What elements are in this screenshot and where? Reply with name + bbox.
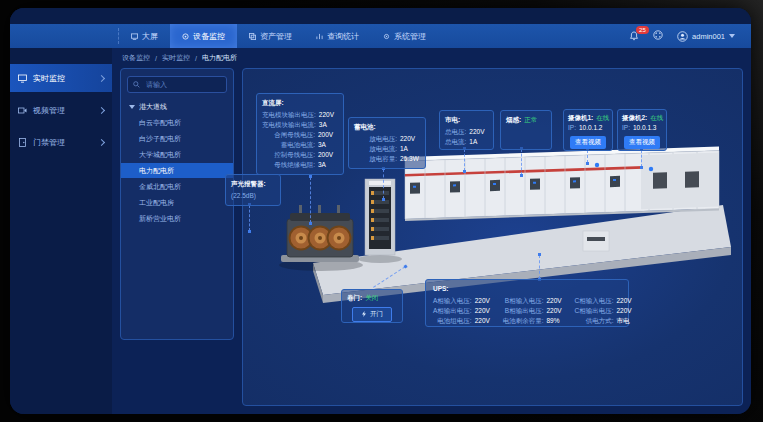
panel-title: 直流屏: [262,98,338,108]
metric-value: 220V [469,127,489,137]
metric-value: 26.3W [400,154,420,164]
tree-item-station[interactable]: 白沙子配电所 [121,131,233,146]
sidebar-item-realtime-monitoring[interactable]: 实时监控 [10,64,112,92]
tree-item-station[interactable]: 大学城配电所 [121,147,233,162]
metric-value: 220V [475,306,495,316]
breadcrumb-item-current: 电力配电所 [202,53,237,63]
asset-icon [249,33,256,40]
tab-asset-management[interactable]: 资产管理 [237,24,304,48]
ups-panel: UPS: A相输入电压:220V B相输入电压:220V C相输入电压:220V… [425,279,629,327]
tree-search-input[interactable] [144,80,221,89]
metric-value: 3A [318,140,338,150]
ip-label: IP: [568,123,576,133]
sound-level-value: (22.5dB) [231,191,275,201]
metric-value: 220V [616,296,636,306]
caret-down-icon [129,105,135,109]
metric-value: 220V [616,306,636,316]
ip-label: IP: [622,123,630,133]
metric-label: 放电电流: [354,144,397,154]
chevron-right-icon [98,74,105,81]
mains-power-panel: 市电: 总电压:220V 总电流:1A [439,110,494,150]
notification-badge: 25 [636,26,649,34]
breadcrumb-item[interactable]: 设备监控 [122,53,150,63]
connector-line [521,149,522,175]
metric-label: 放电电压: [354,134,397,144]
tree-search-box [127,76,227,93]
metric-label: 控制母线电压: [262,150,315,160]
tree-item-station[interactable]: 新桥营业电所 [121,211,233,226]
panel-title: 蓄电池: [354,122,420,132]
camera1-panel: 摄像机1:在线 IP:10.0.1.2 查看视频 [563,109,613,151]
connector-line [587,150,588,163]
video-icon [18,106,27,115]
tab-query-statistics[interactable]: 查询统计 [304,24,371,48]
metric-value: 1A [469,137,489,147]
metric-value: 220V [475,296,495,306]
user-menu[interactable]: admin001 [677,31,735,42]
metric-label: C相输出电压: [574,306,613,316]
camera-status: 在线 [596,113,609,123]
tab-device-monitoring[interactable]: 设备监控 [170,24,237,48]
monitor-icon [182,33,189,40]
camera-status: 在线 [650,113,663,123]
statistics-icon [316,33,323,40]
notification-bell-button[interactable]: 25 [629,31,639,41]
metric-value: 220V [400,134,420,144]
breadcrumb-item[interactable]: 实时监控 [162,53,190,63]
panel-title: UPS: [433,284,621,294]
sidebar-item-access-control[interactable]: 门禁管理 [10,128,112,156]
metric-value: 市电 [616,316,636,326]
avatar-icon [677,31,688,42]
tab-label: 查询统计 [327,31,359,42]
chevron-right-icon [98,138,105,145]
metric-value: 220V [546,306,566,316]
connector-line [310,177,311,223]
panel-title: 声光报警器: [231,179,275,189]
tab-label: 系统管理 [394,31,426,42]
tree-root-label: 港大道线 [139,102,167,112]
metric-label: 充电模块输出电流: [262,120,316,130]
metric-label: 总电压: [445,127,466,137]
fullscreen-button[interactable] [653,30,663,42]
metric-label: 合闸母线电压: [262,130,315,140]
screenshot-stage: 大屏 设备监控 资产管理 查询统计 系统管理 25 [0,0,763,422]
sensor-label: 烟感: [506,115,521,125]
door-label: 卷门: [347,293,362,303]
door-open-icon [361,311,367,317]
breadcrumb-separator: / [155,55,157,62]
metric-label: 电池组电压: [433,316,472,326]
metric-value: 200V [318,130,338,140]
chevron-down-icon [729,34,735,38]
view-video-button[interactable]: 查看视频 [624,136,661,149]
connector-line [383,169,384,199]
panel-title: 市电: [445,115,488,125]
connector-line [539,255,540,279]
nav-right-tools: 25 admin001 [629,24,751,48]
metric-label: B相输出电压: [503,306,544,316]
sidebar-item-video-management[interactable]: 视频管理 [10,96,112,124]
username-label: admin001 [692,32,725,41]
tree-item-station[interactable]: 白云亭配电所 [121,115,233,130]
sidebar-item-label: 门禁管理 [33,137,65,148]
chevron-right-icon [98,106,105,113]
metric-value: 220V [319,110,339,120]
metric-label: 充电模块输出电压: [262,110,316,120]
tree-item-station[interactable]: 金威北配电所 [121,179,233,194]
ip-value: 10.0.1.3 [633,123,657,133]
tab-label: 设备监控 [193,31,225,42]
view-video-button[interactable]: 查看视频 [570,136,607,149]
camera-label: 摄像机1: [568,113,593,123]
open-door-button[interactable]: 开门 [352,307,392,322]
tab-dashboard[interactable]: 大屏 [119,24,170,48]
metric-label: 总电流: [445,137,466,147]
dc-screen-panel: 直流屏: 充电模块输出电压:220V 充电模块输出电流:3A 合闸母线电压:20… [256,93,344,175]
tree-item-station-selected[interactable]: 电力配电所 [121,163,233,178]
metric-value: 220V [546,296,566,306]
tree-item-station[interactable]: 工业配电房 [121,195,233,210]
door-lock-icon [18,138,27,147]
tree-root-node[interactable]: 港大道线 [129,102,227,112]
camera-label: 摄像机2: [622,113,647,123]
connector-line [464,149,465,171]
tab-system-management[interactable]: 系统管理 [371,24,438,48]
metric-label: A相输入电压: [433,296,472,306]
